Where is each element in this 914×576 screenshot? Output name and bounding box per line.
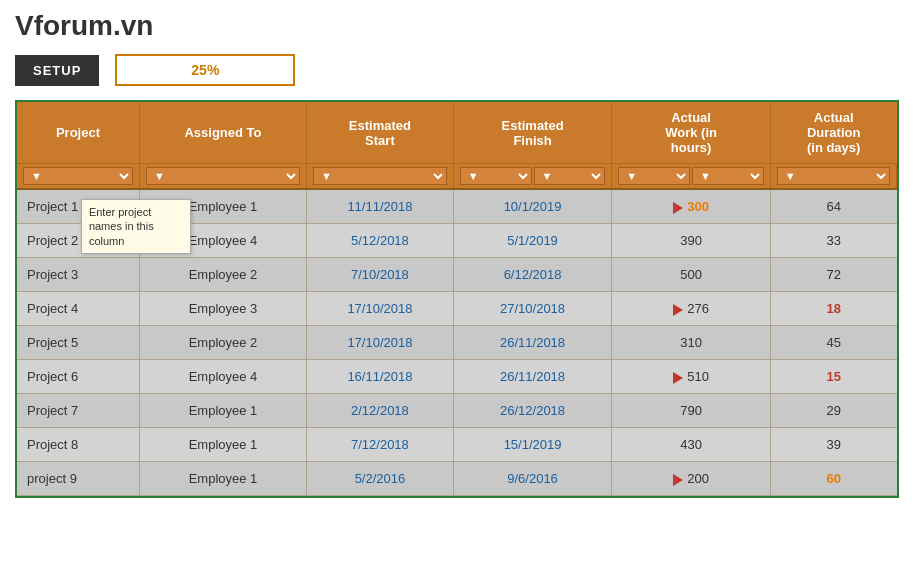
cell-project: Project 5 [17,326,139,360]
cell-actual-work: 790 [612,394,771,428]
cell-project: project 9 [17,462,139,496]
flag-icon [673,372,683,384]
cell-est-start: 2/12/2018 [307,394,454,428]
cell-est-finish: 26/11/2018 [453,360,612,394]
table-row: Project 8Employee 17/12/201815/1/2019430… [17,428,897,462]
work-value: 276 [687,301,709,316]
table-row: project 9Employee 15/2/20169/6/201620060 [17,462,897,496]
filter-actual-work-2[interactable]: ▼ [692,167,764,185]
cell-est-start: 5/12/2018 [307,224,454,258]
work-value: 200 [687,471,709,486]
setup-button[interactable]: SETUP [15,55,99,86]
col-est-start: EstimatedStart [307,102,454,164]
cell-actual-duration: 29 [770,394,896,428]
filter-est-finish-2[interactable]: ▼ [534,167,606,185]
table-row: Project 4Employee 317/10/201827/10/20182… [17,292,897,326]
flag-icon [673,202,683,214]
col-project: Project [17,102,139,164]
cell-assigned-to: Employee 2 [139,326,306,360]
cell-actual-work: 310 [612,326,771,360]
table-row: Project 7Employee 12/12/201826/12/201879… [17,394,897,428]
cell-est-finish: 9/6/2016 [453,462,612,496]
cell-assigned-to: Employee 4 [139,224,306,258]
filter-actual-work-1[interactable]: ▼ [618,167,690,185]
cell-actual-work: 430 [612,428,771,462]
table-row: Project 6Employee 416/11/201826/11/20185… [17,360,897,394]
cell-assigned-to: Employee 1 [139,394,306,428]
cell-project: Project 2 [17,224,139,258]
cell-actual-duration: 39 [770,428,896,462]
cell-actual-duration: 45 [770,326,896,360]
table-body: Project 1 Enter project names in this co… [17,189,897,496]
cell-est-start: 16/11/2018 [307,360,454,394]
header-row: Project Assigned To EstimatedStart Estim… [17,102,897,164]
table-row: Project 3Employee 27/10/20186/12/2018500… [17,258,897,292]
project-table-wrapper: Project Assigned To EstimatedStart Estim… [15,100,899,498]
work-value: 510 [687,369,709,384]
cell-est-start: 7/12/2018 [307,428,454,462]
cell-project: Project 8 [17,428,139,462]
cell-est-finish: 15/1/2019 [453,428,612,462]
cell-actual-duration: 33 [770,224,896,258]
project-name: Project 1 [27,199,78,214]
table-row: Project 1 Enter project names in this co… [17,189,897,224]
cell-assigned-to: Employee 1 [139,462,306,496]
progress-display: 25% [115,54,295,86]
cell-actual-work: 500 [612,258,771,292]
cell-est-start: 7/10/2018 [307,258,454,292]
cell-actual-work: 510 [612,360,771,394]
flag-icon [673,474,683,486]
cell-est-start: 17/10/2018 [307,326,454,360]
cell-project: Project 1 Enter project names in this co… [17,189,139,224]
cell-est-start: 5/2/2016 [307,462,454,496]
cell-actual-duration: 60 [770,462,896,496]
cell-project: Project 7 [17,394,139,428]
cell-est-finish: 26/11/2018 [453,326,612,360]
cell-project: Project 4 [17,292,139,326]
table-row: Project 5Employee 217/10/201826/11/20183… [17,326,897,360]
cell-est-finish: 27/10/2018 [453,292,612,326]
cell-est-start: 17/10/2018 [307,292,454,326]
cell-project: Project 6 [17,360,139,394]
table-row: Project 2Employee 45/12/20185/1/20193903… [17,224,897,258]
col-assigned-to: Assigned To [139,102,306,164]
cell-actual-duration: 72 [770,258,896,292]
cell-actual-duration: 15 [770,360,896,394]
col-actual-duration: ActualDuration(in days) [770,102,896,164]
cell-est-finish: 10/1/2019 [453,189,612,224]
project-table: Project Assigned To EstimatedStart Estim… [17,102,897,496]
cell-est-finish: 26/12/2018 [453,394,612,428]
filter-row: ▼ ▼ ▼ ▼ ▼ ▼ ▼ ▼ [17,164,897,190]
cell-project: Project 3 [17,258,139,292]
cell-actual-duration: 64 [770,189,896,224]
app-title: Vforum.vn [15,10,899,42]
filter-est-start[interactable]: ▼ [313,167,447,185]
toolbar: SETUP 25% [15,54,899,86]
cell-actual-work: 300 [612,189,771,224]
cell-assigned-to: Employee 3 [139,292,306,326]
cell-actual-work: 200 [612,462,771,496]
cell-actual-duration: 18 [770,292,896,326]
cell-est-finish: 6/12/2018 [453,258,612,292]
cell-est-finish: 5/1/2019 [453,224,612,258]
cell-actual-work: 276 [612,292,771,326]
flag-icon [673,304,683,316]
filter-project[interactable]: ▼ [23,167,133,185]
cell-actual-work: 390 [612,224,771,258]
cell-est-start: 11/11/2018 [307,189,454,224]
project-tooltip-box: Project 1 Enter project names in this co… [27,199,78,214]
cell-assigned-to: Employee 1 [139,189,306,224]
filter-actual-duration[interactable]: ▼ [777,167,890,185]
filter-est-finish-1[interactable]: ▼ [460,167,532,185]
filter-assigned-to[interactable]: ▼ [146,167,300,185]
cell-assigned-to: Employee 2 [139,258,306,292]
cell-assigned-to: Employee 1 [139,428,306,462]
cell-assigned-to: Employee 4 [139,360,306,394]
col-actual-work: ActualWork (inhours) [612,102,771,164]
col-est-finish: EstimatedFinish [453,102,612,164]
work-value: 300 [687,199,709,214]
